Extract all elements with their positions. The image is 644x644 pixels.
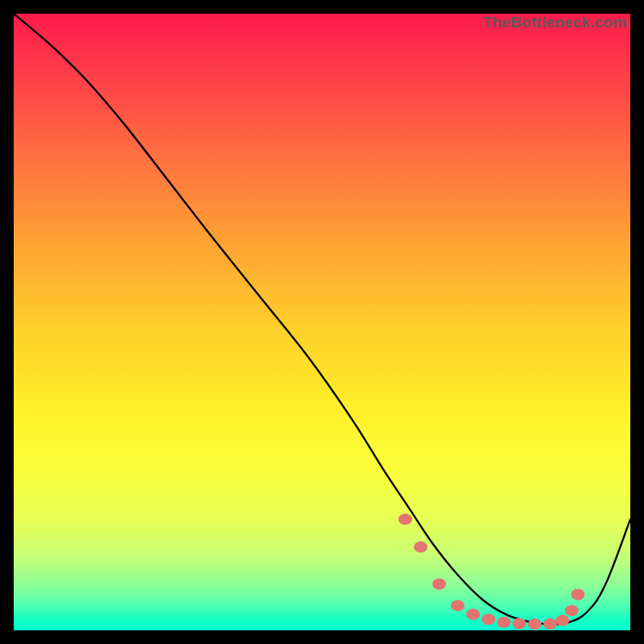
highlight-dot xyxy=(543,618,557,630)
highlight-dot xyxy=(497,617,510,628)
highlight-dot xyxy=(565,605,579,616)
chart-frame: TheBottleneck.com xyxy=(0,0,644,644)
chart-svg xyxy=(14,14,630,630)
highlight-dots-group xyxy=(398,514,584,630)
highlight-dot xyxy=(466,609,480,620)
highlight-dot xyxy=(414,542,427,553)
highlight-dot xyxy=(451,600,464,611)
highlight-dot xyxy=(481,613,495,625)
plot-area: TheBottleneck.com xyxy=(14,14,630,630)
highlight-dot xyxy=(555,615,569,626)
curve-path xyxy=(14,14,630,624)
highlight-dot xyxy=(571,589,584,601)
highlight-dot xyxy=(432,579,446,590)
highlight-dot xyxy=(513,618,526,630)
highlight-dot xyxy=(528,618,542,630)
highlight-dot xyxy=(398,514,412,525)
